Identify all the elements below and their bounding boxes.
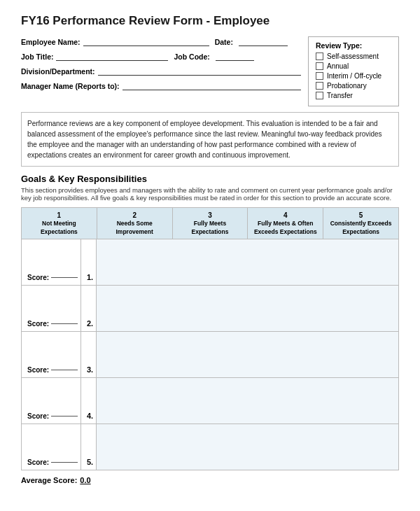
goal-4-text-area[interactable] [97, 378, 398, 424]
checkbox-probationary[interactable]: Probationary [316, 82, 391, 90]
goal-3-score-label: Score: [27, 366, 49, 374]
employee-name-row: Employee Name: Date: [21, 36, 301, 46]
checkbox-transfer-box[interactable] [316, 92, 323, 99]
goal-item-3: Score: 3. [22, 332, 398, 378]
rating-num-1: 1 [23, 211, 95, 220]
checkbox-transfer-label: Transfer [327, 92, 353, 99]
rating-label-1: Not MeetingExpectations [41, 220, 78, 235]
date-field[interactable] [239, 36, 288, 46]
goal-3-score-line[interactable] [51, 370, 78, 370]
manager-row: Manager Name (Reports to): [21, 80, 301, 90]
employee-name-label: Employee Name: [21, 38, 80, 46]
goal-item-2: Score: 2. [22, 286, 398, 332]
rating-label-2: Needs SomeImprovement [116, 220, 153, 235]
checkbox-annual[interactable]: Annual [316, 62, 391, 70]
goal-5-score-col: Score: [22, 424, 81, 470]
goal-2-number: 2. [81, 286, 97, 331]
rating-label-5: Consistently ExceedsExpectations [330, 220, 392, 235]
division-label: Division/Department: [21, 67, 95, 76]
rating-col-3: 3 Fully MeetsExpectations [173, 208, 248, 239]
description-text: Performance reviews are a key component … [27, 120, 382, 159]
checkbox-interim-box[interactable] [316, 72, 323, 80]
rating-label-4: Fully Meets & OftenExceeds Expectations [254, 220, 317, 235]
goal-1-number: 1. [81, 239, 97, 285]
rating-num-4: 4 [249, 211, 321, 220]
goal-4-number: 4. [81, 378, 97, 424]
date-label: Date: [215, 38, 233, 46]
rating-num-5: 5 [325, 211, 397, 220]
checkbox-annual-label: Annual [327, 62, 349, 70]
fields-column: Employee Name: Date: Job Title: Job Code… [21, 36, 301, 106]
goal-3-text-area[interactable] [97, 332, 398, 377]
header-section: Employee Name: Date: Job Title: Job Code… [21, 36, 399, 106]
checkbox-transfer[interactable]: Transfer [316, 92, 391, 99]
goal-1-score-col: Score: [22, 239, 81, 285]
goal-5-number: 5. [81, 424, 97, 470]
job-title-field[interactable] [56, 51, 168, 61]
goal-5-score-line[interactable] [51, 462, 78, 463]
goals-section-subtitle: This section provides employees and mana… [21, 186, 399, 202]
goal-1-score-row: Score: [27, 274, 78, 281]
division-row: Division/Department: [21, 66, 301, 76]
goal-4-score-line[interactable] [51, 416, 78, 416]
job-title-row: Job Title: Job Code: [21, 51, 301, 61]
review-type-box: Review Type: Self-assessment Annual Inte… [308, 36, 399, 106]
goal-4-score-col: Score: [22, 378, 81, 424]
goal-item-4: Score: 4. [22, 378, 398, 424]
employee-name-field[interactable] [83, 36, 209, 46]
goal-1-score-line[interactable] [51, 277, 78, 278]
rating-header: 1 Not MeetingExpectations 2 Needs SomeIm… [21, 207, 399, 239]
manager-label: Manager Name (Reports to): [21, 82, 120, 90]
goal-4-score-label: Score: [27, 412, 49, 420]
goals-items-container: Score: 1. Score: 2. Score: [21, 239, 399, 470]
goal-2-score-label: Score: [27, 320, 49, 328]
goal-4-score-row: Score: [27, 412, 78, 420]
manager-field[interactable] [122, 80, 301, 90]
checkbox-probationary-label: Probationary [327, 82, 367, 90]
checkbox-self-assessment[interactable]: Self-assessment [316, 52, 391, 60]
checkbox-interim-label: Interim / Off-cycle [327, 72, 382, 80]
checkbox-self-assessment-label: Self-assessment [327, 52, 379, 60]
goal-1-text-area[interactable] [97, 239, 398, 285]
division-field[interactable] [98, 66, 301, 76]
job-title-label: Job Title: [21, 52, 53, 61]
checkbox-annual-box[interactable] [316, 62, 323, 70]
rating-label-3: Fully MeetsExpectations [192, 220, 229, 235]
goal-3-score-row: Score: [27, 366, 78, 374]
average-score-value: 0.0 [80, 476, 90, 484]
goal-2-score-row: Score: [27, 320, 78, 328]
goal-2-score-col: Score: [22, 286, 81, 331]
rating-num-3: 3 [174, 211, 246, 220]
checkbox-probationary-box[interactable] [316, 82, 323, 90]
rating-col-1: 1 Not MeetingExpectations [22, 208, 97, 239]
goal-1-score-label: Score: [27, 274, 49, 281]
goal-5-score-row: Score: [27, 458, 78, 466]
goal-2-text-area[interactable] [97, 286, 398, 331]
goal-2-score-line[interactable] [51, 323, 78, 324]
checkbox-interim[interactable]: Interim / Off-cycle [316, 72, 391, 80]
rating-col-2: 2 Needs SomeImprovement [97, 208, 173, 239]
rating-num-2: 2 [99, 211, 171, 220]
job-code-label: Job Code: [174, 52, 209, 61]
job-code-field[interactable] [216, 51, 254, 61]
checkbox-self-assessment-box[interactable] [316, 52, 323, 60]
goals-section-title: Goals & Key Responsibilities [21, 174, 399, 184]
rating-col-4: 4 Fully Meets & OftenExceeds Expectation… [248, 208, 323, 239]
review-type-title: Review Type: [316, 41, 391, 50]
rating-col-5: 5 Consistently ExceedsExpectations [323, 208, 398, 239]
goal-item-5: Score: 5. [22, 424, 398, 470]
goals-section: Goals & Key Responsibilities This sectio… [21, 174, 399, 484]
description-box: Performance reviews are a key component … [21, 112, 399, 167]
average-score-label: Average Score: [21, 476, 77, 484]
goal-item-1: Score: 1. [22, 239, 398, 286]
average-score-row: Average Score: 0.0 [21, 476, 399, 484]
goal-5-text-area[interactable] [97, 424, 398, 470]
goal-5-score-label: Score: [27, 458, 49, 466]
goal-3-score-col: Score: [22, 332, 81, 377]
page-title: FY16 Performance Review Form - Employee [21, 14, 399, 28]
goal-3-number: 3. [81, 332, 97, 377]
